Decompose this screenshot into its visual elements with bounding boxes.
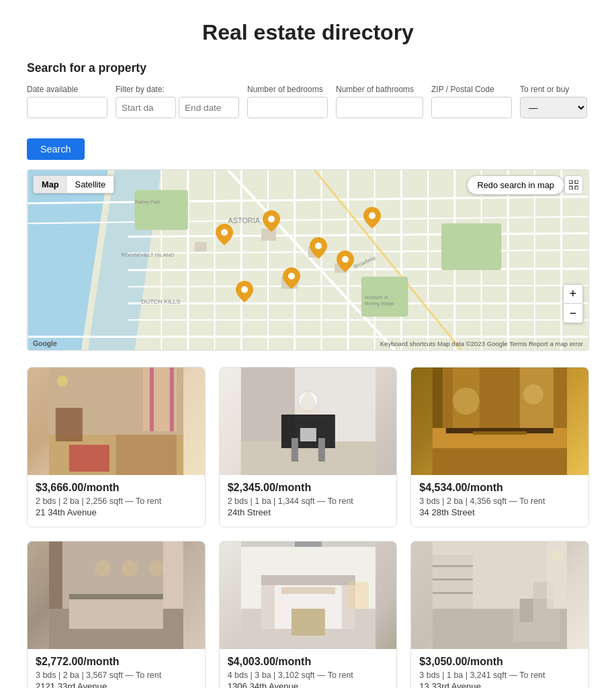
listing-card-3[interactable]: $4,534.00/month 3 bds | 2 ba | 4,356 sqf… bbox=[410, 367, 589, 527]
svg-rect-95 bbox=[49, 542, 62, 609]
bedrooms-input[interactable] bbox=[247, 97, 328, 118]
svg-line-7 bbox=[128, 269, 588, 270]
svg-rect-60 bbox=[150, 368, 154, 431]
listing-info-4: $2,772.00/month 3 bds | 2 ba | 3,567 sqf… bbox=[28, 649, 205, 688]
listing-image-1 bbox=[28, 368, 205, 475]
svg-rect-107 bbox=[348, 582, 368, 609]
listing-info-3: $4,534.00/month 3 bds | 2 ba | 4,356 sqf… bbox=[411, 475, 588, 527]
svg-rect-74 bbox=[318, 438, 324, 462]
map-attribution: Keyboard shortcuts Map data ©2023 Google… bbox=[380, 340, 583, 347]
listing-image-5 bbox=[220, 542, 397, 649]
listing-card-4[interactable]: $2,772.00/month 3 bds | 2 ba | 3,567 sqf… bbox=[27, 541, 206, 688]
listing-image-4 bbox=[28, 542, 205, 649]
listing-details-4: 3 bds | 2 ba | 3,567 sqft — To rent bbox=[36, 671, 197, 680]
filter-by-date-label: Filter by date: bbox=[116, 85, 239, 94]
map-container: DUTCH KILLS ASTORIA ROOSEVELT ISLAND Rai… bbox=[27, 169, 589, 351]
map-pin-2[interactable] bbox=[263, 210, 280, 234]
svg-rect-65 bbox=[56, 408, 83, 441]
svg-rect-85 bbox=[433, 368, 443, 428]
svg-rect-64 bbox=[116, 435, 177, 475]
svg-rect-114 bbox=[433, 592, 473, 594]
svg-rect-113 bbox=[433, 578, 473, 580]
bedrooms-group: Number of bedrooms bbox=[247, 85, 328, 118]
bathrooms-group: Number of bathrooms bbox=[336, 85, 423, 118]
svg-rect-75 bbox=[300, 428, 316, 441]
map-pin-3[interactable] bbox=[310, 237, 327, 261]
satellite-tab-button[interactable]: Satellite bbox=[67, 176, 114, 193]
listing-price-2: $2,345.00/month bbox=[228, 482, 389, 494]
listing-details-1: 2 bds | 2 ba | 2,256 sqft — To rent bbox=[36, 497, 197, 506]
svg-rect-106 bbox=[294, 542, 321, 547]
page-title: Real estate directory bbox=[27, 20, 589, 45]
bedrooms-label: Number of bedrooms bbox=[247, 85, 328, 94]
end-date-input[interactable] bbox=[179, 97, 239, 118]
search-section: Search for a property Date available Fil… bbox=[27, 61, 589, 160]
svg-text:ROOSEVELT ISLAND: ROOSEVELT ISLAND bbox=[122, 252, 175, 258]
map-pin-7[interactable] bbox=[363, 207, 381, 231]
room-image-3 bbox=[411, 368, 588, 475]
zoom-in-button[interactable]: + bbox=[564, 285, 582, 304]
google-logo: Google bbox=[33, 340, 57, 347]
svg-rect-79 bbox=[433, 448, 567, 475]
date-available-group: Date available bbox=[27, 85, 107, 118]
listing-card-2[interactable]: $2,345.00/month 2 bds | 1 ba | 1,344 sqf… bbox=[219, 367, 398, 527]
svg-point-84 bbox=[523, 384, 543, 404]
redo-search-button[interactable]: Redo search in map bbox=[467, 175, 564, 195]
rent-buy-label: To rent or buy bbox=[520, 85, 587, 94]
svg-point-119 bbox=[552, 550, 562, 560]
svg-text:Museum of: Museum of bbox=[365, 295, 388, 300]
svg-text:Rainey Park: Rainey Park bbox=[134, 200, 160, 205]
zip-group: ZIP / Postal Code bbox=[431, 85, 512, 118]
svg-point-54 bbox=[288, 273, 295, 280]
svg-text:Moving Image: Moving Image bbox=[365, 301, 394, 306]
svg-rect-103 bbox=[281, 587, 335, 594]
start-date-input[interactable] bbox=[116, 97, 176, 118]
search-section-heading: Search for a property bbox=[27, 61, 589, 75]
room-image-4 bbox=[28, 542, 205, 649]
date-range-inputs bbox=[116, 97, 239, 118]
svg-point-55 bbox=[241, 286, 248, 293]
listing-image-6 bbox=[411, 542, 588, 649]
listing-price-4: $2,772.00/month bbox=[36, 656, 197, 668]
svg-rect-30 bbox=[134, 190, 187, 230]
svg-rect-45 bbox=[569, 180, 572, 183]
map-expand-button[interactable] bbox=[564, 175, 583, 194]
bathrooms-label: Number of bathrooms bbox=[336, 85, 423, 94]
listing-card-1[interactable]: $3,666.00/month 2 bds | 2 ba | 2,256 sqf… bbox=[27, 367, 206, 527]
room-image-5 bbox=[220, 542, 397, 649]
svg-point-53 bbox=[342, 256, 349, 263]
map-view-toggle: Map Satellite bbox=[33, 175, 114, 194]
listing-address-1: 21 34th Avenue bbox=[36, 507, 197, 517]
map-pin-1[interactable]: ⌂ bbox=[216, 224, 233, 248]
listing-price-1: $3,666.00/month bbox=[36, 482, 197, 494]
listing-info-6: $3,050.00/month 3 bds | 1 ba | 3,241 sqf… bbox=[411, 649, 588, 688]
map-pin-5[interactable] bbox=[283, 267, 300, 292]
map-tab-button[interactable]: Map bbox=[34, 176, 67, 193]
listing-card-6[interactable]: $3,050.00/month 3 bds | 1 ba | 3,241 sqf… bbox=[410, 541, 589, 688]
listing-address-3: 34 28th Street bbox=[419, 507, 580, 517]
zip-input[interactable] bbox=[431, 97, 512, 118]
map-zoom-controls: + − bbox=[563, 284, 583, 323]
listings-grid: $3,666.00/month 2 bds | 2 ba | 2,256 sqf… bbox=[27, 367, 589, 688]
svg-point-94 bbox=[148, 560, 165, 576]
listing-card-5[interactable]: $4,003.00/month 4 bds | 3 ba | 3,102 sqf… bbox=[219, 541, 398, 688]
svg-point-52 bbox=[315, 243, 322, 249]
map-pin-6[interactable] bbox=[236, 281, 253, 305]
listing-price-6: $3,050.00/month bbox=[419, 656, 580, 668]
svg-rect-61 bbox=[170, 368, 174, 431]
svg-rect-96 bbox=[163, 542, 183, 609]
svg-point-83 bbox=[453, 388, 480, 415]
listing-image-2 bbox=[220, 368, 397, 475]
svg-point-66 bbox=[57, 376, 68, 386]
svg-rect-46 bbox=[575, 180, 578, 183]
svg-rect-32 bbox=[441, 223, 501, 269]
map-pin-4[interactable] bbox=[337, 251, 354, 275]
rent-buy-select[interactable]: — To rent To buy bbox=[520, 97, 587, 118]
svg-text:DUTCH KILLS: DUTCH KILLS bbox=[141, 298, 180, 305]
listing-address-4: 2121 33rd Avenue bbox=[36, 681, 197, 688]
date-available-input[interactable] bbox=[27, 97, 107, 118]
bathrooms-input[interactable] bbox=[336, 97, 423, 118]
zoom-out-button[interactable]: − bbox=[564, 304, 582, 322]
svg-rect-86 bbox=[473, 431, 527, 435]
search-button[interactable]: Search bbox=[27, 138, 85, 160]
